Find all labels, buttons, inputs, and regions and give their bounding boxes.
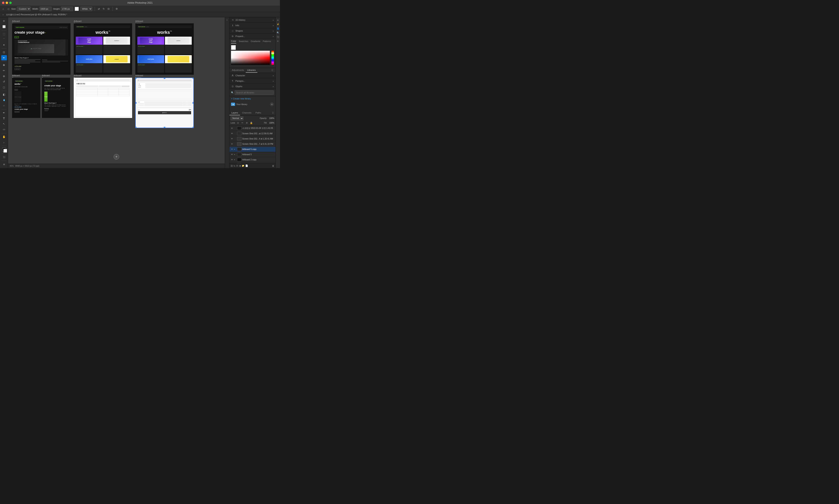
artboard-4[interactable]: THISYUJEONG — create your stage Info: 주제…: [42, 78, 70, 118]
layer-visibility-toggle[interactable]: 👁: [231, 132, 233, 135]
handle-tl[interactable]: [135, 78, 137, 79]
settings-icon[interactable]: ⚙: [115, 7, 118, 11]
layer-delete-icon[interactable]: 🗑: [272, 165, 274, 167]
size-select[interactable]: Custom: [17, 7, 31, 11]
color-tab-swatches[interactable]: Swatches: [239, 40, 248, 43]
handle-br[interactable]: [193, 127, 194, 128]
adjustments-tab[interactable]: Adjustments: [230, 68, 246, 73]
screen-mode-tool[interactable]: ⊞: [1, 162, 7, 167]
strip-icon-2[interactable]: ⚡: [276, 22, 280, 26]
canvas-area[interactable]: Artboard 1 THISYUJEONG works / personal …: [8, 17, 225, 164]
artboard-tool[interactable]: ⬜: [1, 24, 7, 29]
layer-expand-arrow[interactable]: ▸: [234, 154, 236, 156]
lock-transparent-btn[interactable]: ⊡: [236, 121, 240, 125]
brush-tool[interactable]: ✏: [1, 68, 7, 73]
layer-mask-icon[interactable]: ⊟: [236, 164, 238, 167]
rotate-icon[interactable]: ↻: [102, 7, 105, 11]
layer-fx-icon[interactable]: fx: [233, 165, 235, 167]
history-section-header[interactable]: ⟲ 15 History ▸: [229, 17, 276, 23]
artboard-5[interactable]: 포폴전공 완성: [74, 78, 132, 118]
lock-art-btn[interactable]: ⊕: [245, 121, 249, 125]
color-spectrum[interactable]: [231, 51, 274, 65]
lock-image-btn[interactable]: ✏: [241, 121, 244, 125]
layer-new-icon[interactable]: 📄: [245, 164, 248, 167]
color-tab-gradients[interactable]: Gradients: [251, 40, 260, 43]
back-icon[interactable]: ◁: [6, 7, 10, 11]
layer-expand-arrow[interactable]: ▸: [234, 148, 236, 150]
artboard-1[interactable]: THISYUJEONG works / personal create your…: [12, 23, 70, 75]
strip-icon-6[interactable]: ⚙: [276, 39, 280, 43]
fill-value[interactable]: 100%: [268, 122, 274, 124]
layer-item[interactable]: 👁 Screen Shot 202...7 at 6.41.19 PM: [229, 142, 276, 147]
shapes-section-header[interactable]: ◇ Shapes ▸: [229, 28, 276, 34]
path-select-tool[interactable]: ↖: [1, 121, 7, 126]
marquee-tool[interactable]: ⬚: [1, 31, 7, 36]
lock-all-btn[interactable]: 🔒: [249, 121, 253, 125]
crop-tool[interactable]: ⊡: [1, 50, 7, 55]
layer-link-icon[interactable]: ⛓: [231, 165, 233, 167]
minimize-button[interactable]: [6, 2, 8, 4]
color-swatch[interactable]: [75, 7, 79, 11]
artboard-2[interactable]: THISYUJEONG works works™ createyourstage: [74, 23, 132, 75]
layer-visibility-toggle[interactable]: 👁: [231, 137, 233, 140]
layer-expand-arrow[interactable]: ▸: [234, 159, 236, 161]
artboard-2copy[interactable]: THISYUJEONG works works™ createyourstage: [135, 23, 194, 75]
channels-tab[interactable]: Channels: [240, 110, 254, 115]
layer-visibility-toggle[interactable]: 👁: [231, 127, 233, 130]
strip-icon-4[interactable]: 🔍: [276, 31, 280, 34]
foreground-preview[interactable]: [231, 45, 236, 50]
layer-item[interactable]: 👁 Screen Shot 202...4 at 1.20.41 AM: [229, 136, 276, 142]
quick-mask-tool[interactable]: ⬛: [1, 155, 7, 159]
layer-item[interactable]: 👁 스크린샷 2022-01-04 오전 1.42.05: [229, 126, 276, 131]
your-library-item[interactable]: ☁ Your library +: [229, 101, 276, 107]
gradient-tool[interactable]: ◧: [1, 92, 7, 97]
add-artboard-button[interactable]: +: [113, 154, 119, 160]
layer-item[interactable]: 👁 ▸ Artboard 2 copy: [229, 157, 276, 162]
history-brush-tool[interactable]: ↺: [1, 79, 7, 84]
layer-visibility-toggle[interactable]: 👁: [231, 158, 233, 161]
home-icon[interactable]: ⌂: [2, 7, 5, 11]
maximize-button[interactable]: [9, 2, 12, 4]
artboard-3[interactable]: THISYUJEONG works™ cannondale 프로모션 웹 lea…: [12, 78, 40, 118]
color-select[interactable]: White: [80, 7, 92, 11]
file-tab[interactable]: 포트폴리오ver2-Recovered.psd @ 45% (Artboard …: [4, 12, 69, 17]
create-library-button[interactable]: + Create new library: [229, 96, 276, 101]
ab6-submit-btn[interactable]: 결제하기: [138, 111, 191, 114]
clone-tool[interactable]: ⊕: [1, 74, 7, 79]
color-gradient[interactable]: [231, 51, 270, 65]
adj-options-icon[interactable]: ☰: [270, 69, 275, 72]
opacity-value[interactable]: 100%: [268, 117, 274, 119]
color-tab-color[interactable]: Color: [231, 40, 236, 43]
dodge-tool[interactable]: ○: [1, 103, 7, 108]
zoom-tool[interactable]: ⌕: [1, 140, 7, 145]
hue-cursor[interactable]: [271, 53, 274, 54]
strip-icon-3[interactable]: 👤: [276, 26, 280, 30]
blend-mode-select[interactable]: Normal Multiply Screen: [231, 116, 244, 120]
handle-ml[interactable]: [135, 102, 137, 104]
spectrum-cursor[interactable]: [232, 52, 233, 53]
library-add-button[interactable]: +: [270, 102, 274, 106]
paths-tab[interactable]: Paths: [254, 110, 263, 115]
layer-item[interactable]: 👁 ▸ Artboard 5: [229, 152, 276, 157]
info-section-header[interactable]: ℹ Info ▸: [229, 23, 276, 28]
color-tab-patterns[interactable]: Patterns: [263, 40, 271, 43]
layers-options-icon[interactable]: ☰: [270, 111, 276, 114]
strip-icon-5[interactable]: ⬛: [276, 35, 280, 39]
tab-close-btn[interactable]: ×: [2, 14, 4, 16]
close-button[interactable]: [2, 2, 4, 4]
layers-tab[interactable]: Layers: [229, 110, 240, 115]
lasso-tool[interactable]: ⌒: [1, 37, 7, 42]
blur-tool[interactable]: 💧: [1, 97, 7, 103]
artboard-6copy[interactable]: 이름 이메일 연락처: [135, 78, 194, 128]
library-search-input[interactable]: [234, 90, 274, 95]
properties-section-header[interactable]: ⚙ Properti... ▸: [229, 34, 276, 39]
foreground-color[interactable]: [2, 148, 6, 151]
handle-bl[interactable]: [135, 127, 137, 128]
layer-item[interactable]: 👁 Screen Shot 202...at 12.58.01 AM: [229, 131, 276, 136]
glyphs-section-header[interactable]: Ω Glyphs ▸: [229, 84, 276, 89]
transform-icon[interactable]: ⇄: [97, 7, 101, 11]
move-tool[interactable]: ✛: [1, 19, 7, 23]
shape-tool[interactable]: ▭: [1, 127, 7, 132]
flip-icon[interactable]: ⊟: [107, 7, 110, 11]
handle-tc[interactable]: [164, 78, 165, 79]
